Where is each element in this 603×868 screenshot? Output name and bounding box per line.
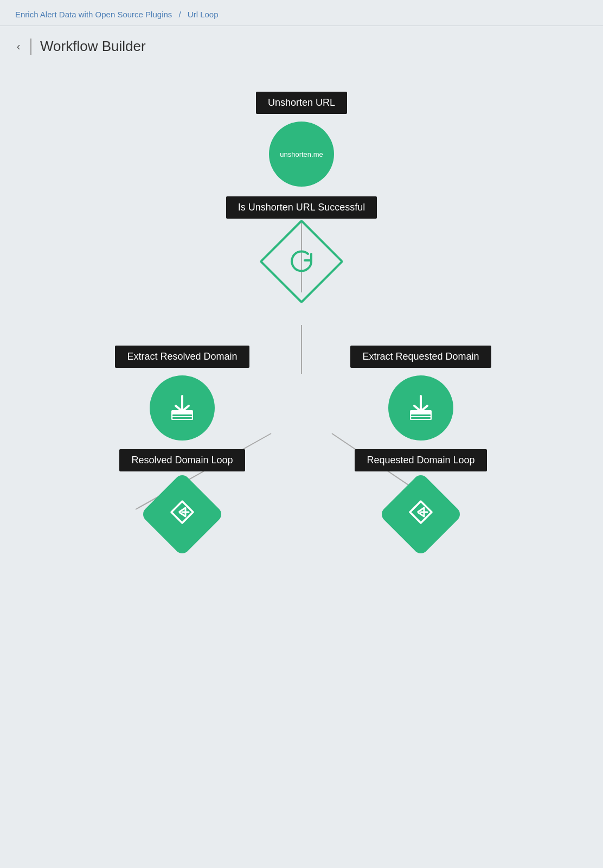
resolved-loop-node[interactable] — [147, 479, 217, 550]
svg-rect-15 — [411, 414, 431, 416]
requested-loop-label[interactable]: Requested Domain Loop — [355, 449, 486, 471]
back-icon: ‹ — [17, 40, 21, 53]
breadcrumb-current: Url Loop — [188, 10, 219, 19]
refresh-icon — [287, 246, 316, 275]
unshorten-url-node[interactable]: unshorten.me — [269, 122, 334, 187]
svg-rect-14 — [410, 413, 432, 420]
requested-loop-icon — [406, 497, 436, 527]
breadcrumb: Enrich Alert Data with Open Source Plugi… — [0, 0, 603, 26]
extract-resolved-label[interactable]: Extract Resolved Domain — [115, 346, 249, 368]
resolved-loop-icon — [167, 497, 197, 527]
extract-requested-label[interactable]: Extract Requested Domain — [350, 346, 491, 368]
extract-resolved-node[interactable] — [150, 375, 215, 441]
svg-rect-11 — [172, 417, 192, 419]
unshorten-url-text: unshorten.me — [280, 150, 323, 158]
extract-resolved-icon — [165, 391, 200, 425]
back-button[interactable]: ‹ — [15, 39, 31, 55]
breadcrumb-separator: / — [179, 10, 181, 19]
svg-rect-9 — [171, 413, 193, 420]
unshorten-url-label[interactable]: Unshorten URL — [256, 92, 347, 114]
resolved-loop-label[interactable]: Resolved Domain Loop — [119, 449, 245, 471]
extract-requested-node[interactable] — [388, 375, 453, 441]
svg-rect-10 — [172, 414, 192, 416]
svg-rect-16 — [411, 417, 431, 419]
breadcrumb-parent[interactable]: Enrich Alert Data with Open Source Plugi… — [15, 10, 172, 19]
requested-loop-node[interactable] — [386, 479, 456, 550]
condition-node[interactable] — [266, 226, 337, 297]
extract-requested-icon — [403, 391, 438, 425]
page-title: Workflow Builder — [40, 38, 146, 55]
condition-label[interactable]: Is Unshorten URL Successful — [226, 196, 377, 219]
